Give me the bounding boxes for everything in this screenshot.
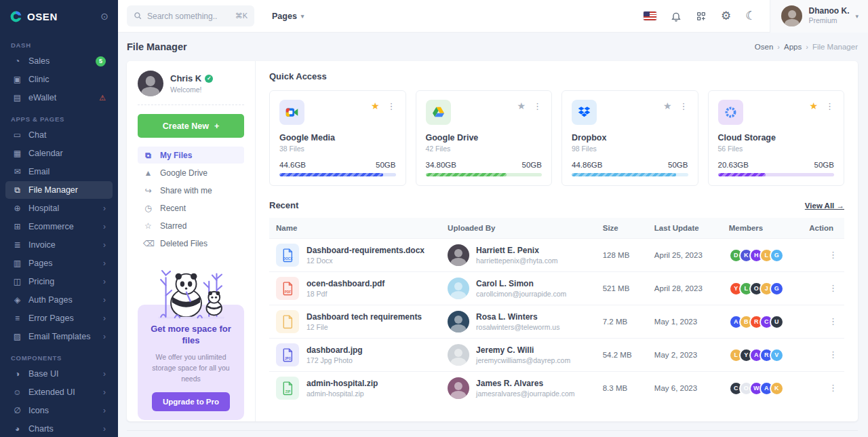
- file-manager-side-panel: Chris K ✓ Welcome! Create New + ⧉ My Fil…: [127, 61, 256, 421]
- sidebar-item-auth-pages[interactable]: ◈ Auth Pages ›: [5, 291, 113, 309]
- sidebar-item-file-manager[interactable]: ⧉ File Manager: [5, 181, 113, 199]
- filemenu-share-with-me[interactable]: ↪ Share with me: [138, 182, 244, 199]
- sidebar-item-icons[interactable]: ∅ Icons ›: [5, 402, 113, 419]
- sidebar-item-invoice[interactable]: ≣ Invoice ›: [5, 236, 113, 254]
- breadcrumb-apps[interactable]: Apps: [784, 43, 802, 51]
- kebab-menu-icon[interactable]: ⋮: [825, 102, 834, 111]
- sidebar-item-sales[interactable]: ◔ Sales 5: [5, 52, 113, 70]
- sidebar-section-label: APPS & PAGES: [11, 115, 107, 123]
- sidebar-section-items: ◑ Base UI › ☺ Extended UI › ∅ Icons › ◕ …: [0, 365, 118, 437]
- file-meta: 18 Pdf: [307, 290, 384, 298]
- svg-text:ZIP: ZIP: [285, 390, 290, 393]
- table-row[interactable]: PDF ocen-dashboard.pdf 18 Pdf Carol L. S…: [269, 272, 844, 305]
- ecommerce-icon: ⊞: [12, 222, 22, 231]
- pie-chart-icon: ◕: [12, 424, 22, 434]
- upgrade-to-pro-button[interactable]: Upgrade to Pro: [152, 392, 230, 411]
- create-new-button[interactable]: Create New +: [138, 114, 244, 138]
- sidebar-item-pricing[interactable]: ◫ Pricing ›: [5, 273, 113, 290]
- sidebar-item-pages[interactable]: ▥ Pages ›: [5, 254, 113, 272]
- storage-progress-track: [279, 173, 396, 176]
- settings-gear-icon[interactable]: ⚙: [721, 10, 731, 22]
- table-row[interactable]: DOCX Dashboard-requirements.docx 12 Docx…: [269, 239, 844, 272]
- dark-mode-moon-icon[interactable]: ☾: [745, 10, 755, 22]
- row-action-kebab-icon[interactable]: ⋮: [829, 250, 837, 260]
- kebab-menu-icon[interactable]: ⋮: [679, 102, 688, 111]
- sidebar: OSEN ⊙ DASH ◔ Sales 5 ▣ Clinic ▤ eWallet…: [0, 0, 118, 437]
- kebab-menu-icon[interactable]: ⋮: [387, 102, 396, 111]
- storage-used: 44.6GB: [279, 161, 306, 169]
- sidebar-section-items: ▭ Chat ▦ Calendar ✉ Email ⧉ File Manager…: [0, 126, 118, 345]
- column-header-last-update: Last Update: [648, 218, 722, 239]
- sidebar-item-chat[interactable]: ▭ Chat: [5, 126, 113, 144]
- google-media-icon: [279, 100, 304, 125]
- sidebar-item-charts[interactable]: ◕ Charts ›: [5, 420, 113, 437]
- quick-access-card[interactable]: ★ ⋮ Google Media 38 Files 44.6GB 50GB: [269, 90, 406, 186]
- sidebar-item-base-ui[interactable]: ◑ Base UI ›: [5, 365, 113, 383]
- filemenu-google-drive[interactable]: ▲ Google Drive: [138, 164, 244, 181]
- brand-logo: OSEN ⊙: [0, 0, 118, 33]
- breadcrumb: Osen › Apps › File Manager: [755, 43, 858, 51]
- file-menu: ⧉ My Files ▲ Google Drive ↪ Share with m…: [138, 147, 244, 252]
- row-action-kebab-icon[interactable]: ⋮: [829, 316, 837, 326]
- view-all-link[interactable]: View All →: [805, 202, 844, 210]
- filemenu-deleted-files[interactable]: ⌫ Deleted Files: [138, 235, 244, 252]
- file-meta: 172 Jpg Photo: [307, 356, 363, 364]
- search-box[interactable]: ⌘K: [127, 5, 254, 26]
- file-meta: 12 File: [307, 323, 422, 331]
- sidebar-item-error-pages[interactable]: ≡ Error Pages ›: [5, 309, 113, 327]
- storage-progress-fill: [426, 173, 507, 176]
- sidebar-item-email-templates[interactable]: ▨ Email Templates ›: [5, 328, 113, 345]
- chevron-right-icon: ›: [103, 314, 106, 323]
- table-row[interactable]: ZIP admin-hospital.zip admin-hospital.zi…: [269, 372, 844, 405]
- star-icon[interactable]: ★: [663, 101, 672, 111]
- notifications-bell-icon[interactable]: [671, 11, 682, 22]
- filemenu-recent[interactable]: ◷ Recent: [138, 200, 244, 216]
- search-input[interactable]: [147, 12, 231, 21]
- sidebar-item-ecommerce[interactable]: ⊞ Ecommerce ›: [5, 218, 113, 235]
- star-icon[interactable]: ★: [809, 101, 818, 111]
- calendar-icon: ▦: [12, 149, 22, 158]
- sidebar-item-hospital[interactable]: ⊕ Hospital ›: [5, 200, 113, 217]
- user-menu[interactable]: Dhanoo K. Premium ▾: [770, 0, 868, 33]
- star-icon[interactable]: ★: [517, 101, 526, 111]
- filemenu-my-files[interactable]: ⧉ My Files: [138, 147, 244, 164]
- table-row[interactable]: JPG dashboard.jpg 172 Jpg Photo Jeremy C…: [269, 339, 844, 372]
- sidebar-item-clinic[interactable]: ▣ Clinic: [5, 71, 113, 88]
- sidebar-item-calendar[interactable]: ▦ Calendar: [5, 145, 113, 162]
- search-icon: [134, 12, 142, 20]
- star-icon[interactable]: ★: [371, 101, 380, 111]
- row-action-kebab-icon[interactable]: ⋮: [829, 283, 837, 293]
- apps-grid-icon[interactable]: [696, 11, 707, 22]
- sidebar-item-extended-ui[interactable]: ☺ Extended UI ›: [5, 383, 113, 401]
- storage-file-count: 42 Files: [426, 145, 542, 153]
- language-flag-icon[interactable]: [644, 12, 656, 20]
- recent-files-table: Name Uploaded By Size Last Update Member…: [269, 218, 844, 404]
- invoice-icon: ≣: [12, 240, 22, 250]
- sidebar-item-ewallet[interactable]: ▤ eWallet ⚠: [5, 89, 113, 107]
- row-action-kebab-icon[interactable]: ⋮: [829, 383, 837, 393]
- row-action-kebab-icon[interactable]: ⋮: [829, 349, 837, 360]
- breadcrumb-home[interactable]: Osen: [755, 43, 774, 51]
- table-header-row: Name Uploaded By Size Last Update Member…: [269, 218, 844, 239]
- verified-check-icon: ✓: [205, 75, 213, 83]
- email-icon: ✉: [12, 167, 22, 176]
- extended-ui-icon: ☺: [12, 387, 22, 397]
- last-update-date: April 28, 2023: [648, 272, 722, 305]
- pages-dropdown[interactable]: Pages ▾: [272, 12, 304, 21]
- quick-access-card[interactable]: ★ ⋮ Google Drive 42 Files 34.80GB 50GB: [416, 90, 553, 186]
- quick-access-card[interactable]: ★ ⋮ Cloud Storage 56 Files 20.63GB 50GB: [708, 90, 845, 186]
- members-avatars: A B R C U: [729, 315, 795, 329]
- kebab-menu-icon[interactable]: ⋮: [533, 102, 542, 111]
- sidebar-toggle-icon[interactable]: ⊙: [100, 11, 108, 22]
- table-row[interactable]: Dashboard tech requirements 12 File Rosa…: [269, 305, 844, 339]
- filemenu-starred[interactable]: ☆ Starred: [138, 217, 244, 234]
- svg-text:DOCX: DOCX: [283, 256, 293, 260]
- sidebar-item-email[interactable]: ✉ Email: [5, 163, 113, 180]
- file-size: 7.2 MB: [596, 305, 648, 339]
- quick-access-card[interactable]: ★ ⋮ Dropbox 98 Files 44.86GB 50GB: [561, 90, 698, 186]
- file-meta: admin-hospital.zip: [307, 390, 378, 398]
- file-type-icon: JPG: [276, 343, 299, 366]
- sidebar-section: COMPONENTS ◑ Base UI › ☺ Extended UI › ∅…: [0, 354, 118, 437]
- topbar: ⌘K Pages ▾ ⚙ ☾ Dhanoo K. Premium ▾: [118, 0, 868, 33]
- file-type-icon: [276, 310, 299, 333]
